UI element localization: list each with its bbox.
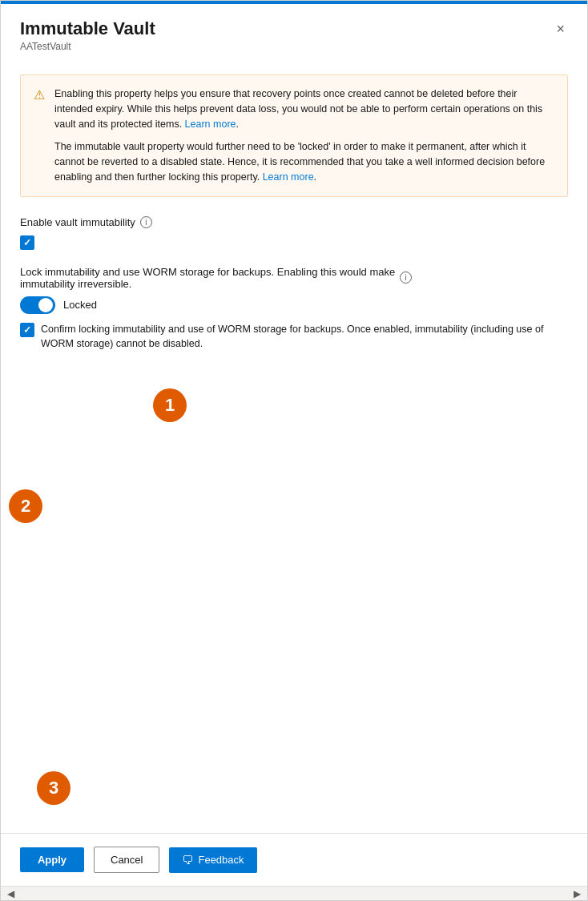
- lock-toggle[interactable]: [20, 296, 55, 314]
- immutability-label: Enable vault immutability i: [20, 216, 568, 228]
- header-text: Immutable Vault AATestVault: [20, 18, 155, 52]
- lock-toggle-label: Locked: [63, 299, 97, 311]
- lock-label: Lock immutability and use WORM storage f…: [20, 266, 568, 290]
- warning-icon: ⚠: [34, 87, 45, 185]
- bottom-scrollbar: ◀ ▶: [1, 886, 587, 900]
- apply-button[interactable]: Apply: [20, 847, 84, 872]
- immutability-info-icon[interactable]: i: [140, 216, 152, 228]
- panel-subtitle: AATestVault: [20, 41, 155, 52]
- warning-paragraph-2: The immutable vault property would furth…: [54, 139, 554, 184]
- panel-content: ⚠ Enabling this property helps you ensur…: [1, 62, 587, 833]
- lock-toggle-row: Locked: [20, 296, 568, 314]
- feedback-icon: 🗨: [182, 854, 193, 867]
- warning-box: ⚠ Enabling this property helps you ensur…: [20, 74, 568, 197]
- panel-footer: Apply Cancel 🗨 Feedback: [1, 833, 587, 886]
- confirm-text: Confirm locking immutability and use of …: [41, 322, 568, 352]
- lock-section: Lock immutability and use WORM storage f…: [20, 266, 568, 352]
- scroll-left-arrow[interactable]: ◀: [7, 888, 14, 899]
- confirm-checkmark-icon: ✓: [23, 324, 31, 336]
- immutable-vault-panel: Immutable Vault AATestVault × ⚠ Enabling…: [0, 0, 588, 901]
- immutability-checkbox[interactable]: ✓: [20, 235, 568, 250]
- learn-more-link-1[interactable]: Learn more: [185, 119, 236, 130]
- cancel-button[interactable]: Cancel: [94, 847, 159, 873]
- checkmark-icon: ✓: [23, 237, 31, 248]
- step-badge-3: 3: [37, 771, 70, 805]
- panel-title: Immutable Vault: [20, 18, 155, 39]
- confirm-checkbox-box: ✓: [20, 323, 34, 337]
- immutability-section: Enable vault immutability i ✓: [20, 216, 568, 250]
- step-badge-1: 1: [153, 388, 187, 422]
- step-badge-2: 2: [9, 489, 42, 523]
- warning-text: Enabling this property helps you ensure …: [54, 86, 554, 185]
- feedback-label: Feedback: [198, 854, 244, 866]
- immutability-checkbox-box: ✓: [20, 235, 34, 250]
- panel-header: Immutable Vault AATestVault ×: [1, 4, 587, 62]
- learn-more-link-2[interactable]: Learn more: [263, 171, 314, 183]
- close-button[interactable]: ×: [553, 18, 568, 39]
- feedback-button[interactable]: 🗨 Feedback: [169, 847, 256, 873]
- confirm-checkbox[interactable]: ✓ Confirm locking immutability and use o…: [20, 322, 568, 352]
- scroll-right-arrow[interactable]: ▶: [574, 888, 581, 899]
- warning-paragraph-1: Enabling this property helps you ensure …: [54, 86, 554, 131]
- lock-info-icon[interactable]: i: [400, 272, 412, 284]
- toggle-knob: [38, 298, 53, 312]
